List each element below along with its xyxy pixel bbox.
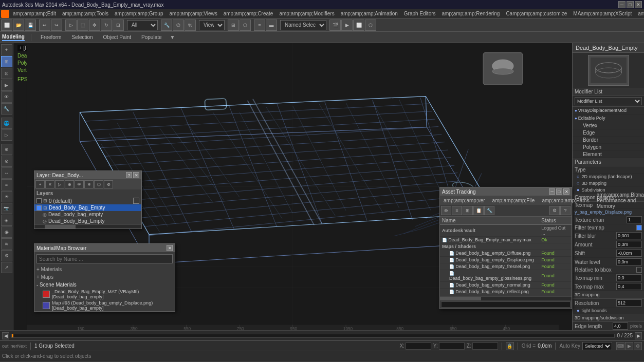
asset-close-btn[interactable]: ✕ <box>563 188 569 195</box>
move-btn[interactable]: ✥ <box>89 20 100 31</box>
resolution-input[interactable] <box>616 299 642 307</box>
utilities-icon[interactable]: 🔧 <box>1 103 12 115</box>
play-btn[interactable]: ▶ <box>625 342 633 350</box>
modifier-dropdown[interactable]: Modifier List <box>575 97 642 105</box>
menu-help[interactable]: amp;amp;amp;Help <box>635 10 644 17</box>
measure-icon[interactable]: ↔ <box>1 167 12 179</box>
relative-bbox-row[interactable]: Relative to bbox <box>573 266 644 274</box>
render-interactive-btn[interactable]: ⬡ <box>365 20 376 31</box>
snap-btn[interactable]: 🔧 <box>161 20 172 31</box>
render-btn[interactable]: ▶ <box>341 20 353 31</box>
mat-section-maps[interactable]: + Maps <box>34 273 175 281</box>
next-frame-btn[interactable]: ▶ <box>635 332 642 339</box>
asset-table-row[interactable]: 📄 Dead_body_bag_empty_Diffuse.pngFound <box>440 250 572 257</box>
view-dropdown[interactable]: View <box>199 20 225 30</box>
close-btn[interactable]: ✕ <box>635 1 642 8</box>
asset-btn3[interactable]: ⊞ <box>463 206 473 215</box>
modifier-editable-poly[interactable]: ● Editable Poly <box>573 115 644 122</box>
modifier-vertex[interactable]: Vertex <box>573 122 644 129</box>
mat-search-input[interactable] <box>36 254 173 263</box>
prev-frame-btn[interactable]: ◀ <box>2 332 9 339</box>
modifier-vray-displace[interactable]: ● VRayDisplacementMod <box>573 107 644 115</box>
snap-s-icon[interactable]: ⊕ <box>1 144 12 155</box>
asset-col-name[interactable]: Name <box>440 217 539 225</box>
filter-blur-input[interactable] <box>616 232 642 239</box>
layer-sel-btn[interactable]: ▷ <box>55 180 64 188</box>
menu-graph_editors[interactable]: Graph Editors <box>401 10 438 17</box>
rotate-btn[interactable]: ↻ <box>101 20 112 31</box>
mapping-3d-row[interactable]: ○ 3D mapping <box>573 180 644 187</box>
mat-item-1[interactable]: _Dead_Body_Bag_Empty_MAT (VRayMtl) [Dead… <box>34 289 175 300</box>
shift-input[interactable] <box>616 250 642 257</box>
asset-btn-settings[interactable]: ⚙ <box>549 206 560 215</box>
y-input[interactable] <box>439 342 465 350</box>
filter-texmap-row[interactable]: Filter texmap <box>573 224 644 232</box>
menu-edit[interactable]: amp;amp;amp;Edit <box>10 10 59 17</box>
texmap-min-input[interactable] <box>616 274 642 281</box>
asset-table-row[interactable]: 📄 Dead_body_bag_empty_reflect.pngFound <box>440 289 572 295</box>
asset-btn5[interactable]: 🔧 <box>484 206 494 215</box>
minimize-btn[interactable]: ─ <box>618 1 625 8</box>
modifier-polygon[interactable]: Polygon <box>573 144 644 151</box>
texture-chan-input[interactable] <box>627 216 642 223</box>
tab-populate[interactable]: Populate <box>138 34 164 40</box>
scene-icon[interactable]: 🌐 <box>1 118 12 129</box>
lock-icon[interactable]: 🔒 <box>506 342 514 350</box>
transform-btn[interactable]: ⊞ <box>228 20 239 31</box>
timeline-playhead[interactable] <box>12 334 13 337</box>
display-icon[interactable]: 👁 <box>1 91 12 103</box>
asset-menu-bitmap[interactable]: amp;amp;amp;Bitmap Performance and Memor… <box>595 192 644 209</box>
mat-panel-header[interactable]: Material/Map Browser ✕ <box>34 244 175 252</box>
menu-views[interactable]: amp;amp;amp;Views <box>167 10 219 17</box>
water-level-input[interactable] <box>616 258 642 265</box>
percent-snap-btn[interactable]: % <box>185 20 196 31</box>
mat-panel-close[interactable]: ✕ <box>167 245 173 251</box>
menu-modifiers[interactable]: amp;amp;amp;Modifiers <box>277 10 337 17</box>
asset-table-row[interactable]: 📄 Dead_Body_Bag_Empty_max_vray.maxOk <box>440 237 572 243</box>
asset-scrollbar-thumb[interactable] <box>440 297 481 300</box>
menu-rendering[interactable]: amp;amp;amp;Rendering <box>439 10 503 17</box>
named-select-dropdown[interactable]: Named Select... <box>280 20 326 30</box>
layer-color-default[interactable] <box>133 198 139 204</box>
asset-menu-ver[interactable]: amp;amp;amp;ver <box>442 198 487 203</box>
asset-btn2[interactable]: ≡ <box>452 206 462 215</box>
material-icon[interactable]: ◈ <box>1 215 12 226</box>
layer-checkbox-bag-empty[interactable] <box>36 205 42 211</box>
render-frame-btn[interactable]: ⬜ <box>353 20 364 31</box>
modifier-border[interactable]: Border <box>573 137 644 144</box>
timeline-scrubber[interactable] <box>11 334 615 338</box>
layer-btn[interactable]: ≡ <box>254 20 265 31</box>
menu-group[interactable]: amp;amp;amp;Group <box>112 10 166 17</box>
xref-icon[interactable]: ↗ <box>1 262 12 273</box>
tight-bounds-radio[interactable]: ● <box>577 308 579 313</box>
asset-table-row[interactable]: 📄 Dead_body_bag_empty_Displace.pngFound <box>440 257 572 263</box>
subdivision-radio[interactable]: ● <box>577 187 579 193</box>
asset-col-status[interactable]: Status <box>539 217 572 225</box>
asset-table-row[interactable]: 📄 Dead_body_bag_empty_fresnel.pngFound <box>440 263 572 270</box>
amount-input[interactable] <box>616 241 642 248</box>
tab-object-paint[interactable]: Object Paint <box>100 34 134 40</box>
asset-btn1[interactable]: ⊕ <box>441 206 451 215</box>
layer-row-item2[interactable]: ◎ Dead_Body_Bag_Empty <box>34 218 141 224</box>
layer-hide-btn[interactable]: 👁 <box>75 180 84 188</box>
texmap-name[interactable]: y_bag_empty_Displace.png <box>573 209 644 216</box>
mirror-btn[interactable]: ⬡ <box>240 20 251 31</box>
texmap-max-input[interactable] <box>616 283 642 290</box>
x-input[interactable] <box>406 342 431 350</box>
systems-icon[interactable]: ⚙ <box>1 250 12 261</box>
asset-scrollbar[interactable] <box>440 296 572 300</box>
relative-bbox-checkbox[interactable] <box>636 267 642 273</box>
asset-btn-help[interactable]: ? <box>560 206 571 215</box>
key-icon[interactable]: ⌨ <box>616 342 624 350</box>
layer-row-default[interactable]: ⊞ 0 (default) <box>34 197 141 204</box>
asset-table-container[interactable]: Name Status Autodesk VaultLogged Out ...… <box>440 217 572 295</box>
settings-icon[interactable]: ⚙ <box>634 342 642 350</box>
menu-tools[interactable]: amp;amp;amp;Tools <box>60 10 111 17</box>
snap-a-icon[interactable]: ⊗ <box>1 156 12 167</box>
mat-section-scene[interactable]: - Scene Materials <box>34 281 175 289</box>
light-icon[interactable]: ☀ <box>1 191 12 202</box>
angle-snap-btn[interactable]: ⌬ <box>173 20 184 31</box>
asset-minimize-btn[interactable]: ─ <box>549 188 555 195</box>
menu-customize[interactable]: Camp;amp;amp;customize <box>503 10 569 17</box>
layer-new-btn[interactable]: + <box>35 180 45 188</box>
